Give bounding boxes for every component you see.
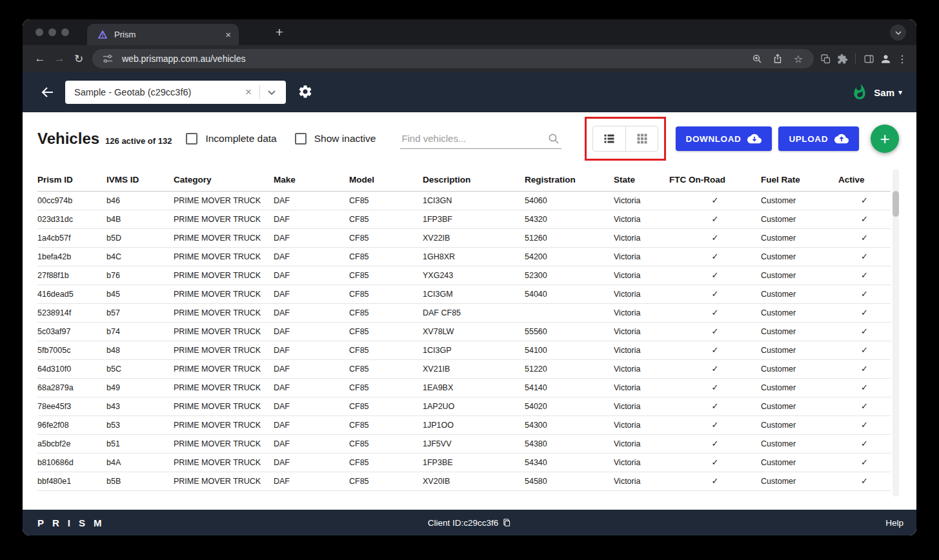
browser-tab[interactable]: Prism ×	[87, 24, 239, 45]
plus-icon: +	[880, 129, 889, 149]
column-header-fuel-rate[interactable]: Fuel Rate	[761, 169, 838, 191]
column-header-ivms-id[interactable]: IVMS ID	[106, 169, 174, 191]
grid-view-button[interactable]	[625, 126, 658, 151]
selector-dropdown-icon[interactable]	[263, 90, 281, 95]
column-header-category[interactable]: Category	[174, 169, 274, 191]
table-cell: b4C	[106, 247, 174, 266]
table-cell: Customer	[761, 266, 838, 285]
client-selector-input[interactable]	[74, 87, 240, 97]
client-selector[interactable]: ×	[65, 81, 286, 104]
minimize-window-button[interactable]	[48, 28, 56, 36]
column-header-ftc-on-road[interactable]: FTC On-Road	[669, 169, 761, 191]
page-toolbar: Vehicles 126 active of 132 Incomplete da…	[23, 119, 916, 159]
search-icon	[547, 132, 560, 148]
new-tab-button[interactable]: +	[270, 23, 288, 41]
incomplete-data-checkbox[interactable]	[186, 133, 197, 145]
column-header-prism-id[interactable]: Prism ID	[37, 169, 106, 191]
table-row[interactable]: b810686db4APRIME MOVER TRUCKDAFCF851FP3B…	[37, 453, 891, 472]
side-panel-icon[interactable]	[862, 52, 875, 65]
forward-icon[interactable]: →	[50, 49, 69, 68]
app-back-button[interactable]	[37, 83, 56, 102]
table-row[interactable]: 5238914fb57PRIME MOVER TRUCKDAFCF85DAF C…	[37, 303, 891, 322]
bookmark-star-icon[interactable]: ☆	[792, 52, 805, 65]
reload-icon[interactable]: ↻	[69, 49, 88, 68]
table-row[interactable]: 416dead5b45PRIME MOVER TRUCKDAFCF851CI3G…	[37, 285, 891, 303]
table-cell: Victoria	[614, 191, 669, 210]
clear-selection-icon[interactable]: ×	[240, 86, 257, 99]
add-vehicle-button[interactable]: +	[871, 125, 899, 153]
table-cell: XV20IB	[423, 472, 525, 490]
column-header-active[interactable]: Active	[838, 169, 891, 191]
table-cell: 54320	[525, 210, 614, 228]
table-cell: b5B	[106, 472, 174, 490]
table-cell: DAF	[274, 210, 349, 228]
column-header-state[interactable]: State	[614, 169, 669, 191]
table-row[interactable]: 00cc974bb46PRIME MOVER TRUCKDAFCF851CI3G…	[37, 191, 891, 210]
table-row[interactable]: 27f88f1bb76PRIME MOVER TRUCKDAFCF85YXG24…	[37, 266, 891, 285]
table-row[interactable]: bbf480e1b5BPRIME MOVER TRUCKDAFCF85XV20I…	[37, 472, 891, 490]
table-cell: ✓	[838, 378, 891, 397]
table-cell: DAF	[274, 285, 349, 303]
toolbar-divider	[855, 53, 856, 65]
table-row[interactable]: 64d310f0b5CPRIME MOVER TRUCKDAFCF85XV21I…	[37, 359, 891, 378]
vehicle-table-head-row: Prism IDIVMS IDCategoryMakeModelDescript…	[37, 169, 891, 191]
table-cell: ✓	[838, 322, 891, 341]
table-cell: ✓	[669, 228, 761, 247]
table-row[interactable]: 1befa42bb4CPRIME MOVER TRUCKDAFCF851GH8X…	[37, 247, 891, 266]
close-window-button[interactable]	[35, 28, 43, 36]
site-settings-icon[interactable]	[101, 52, 114, 65]
list-view-button[interactable]	[593, 126, 625, 151]
table-cell: PRIME MOVER TRUCK	[174, 434, 274, 453]
table-cell: Victoria	[614, 378, 669, 397]
table-row[interactable]: 78ee45f3b43PRIME MOVER TRUCKDAFCF851AP2U…	[37, 397, 891, 415]
copy-icon[interactable]	[502, 518, 511, 527]
settings-gear-icon[interactable]	[298, 84, 314, 101]
table-cell: DAF	[274, 378, 349, 397]
table-cell: PRIME MOVER TRUCK	[174, 210, 274, 228]
download-button[interactable]: DOWNLOAD	[676, 126, 772, 151]
table-row[interactable]: 5fb7005cb48PRIME MOVER TRUCKDAFCF851CI3G…	[37, 341, 891, 359]
zoom-icon[interactable]	[751, 52, 763, 65]
table-row[interactable]: a5bcbf2eb51PRIME MOVER TRUCKDAFCF851JF5V…	[37, 434, 891, 453]
profile-avatar-icon[interactable]	[879, 52, 892, 65]
share-icon[interactable]	[771, 52, 784, 65]
window-controls	[35, 28, 69, 36]
maximize-window-button[interactable]	[61, 28, 69, 36]
table-cell: 52300	[525, 266, 614, 285]
tab-title: Prism	[114, 30, 219, 39]
tab-search-button[interactable]	[890, 25, 906, 41]
table-cell: DAF	[274, 303, 349, 322]
column-header-make[interactable]: Make	[274, 169, 349, 191]
column-header-description[interactable]: Description	[423, 169, 525, 191]
column-header-registration[interactable]: Registration	[525, 169, 614, 191]
close-tab-icon[interactable]: ×	[225, 30, 231, 39]
table-row[interactable]: 023d31dcb4BPRIME MOVER TRUCKDAFCF851FP3B…	[37, 210, 891, 228]
upload-button[interactable]: UPLOAD	[778, 126, 859, 151]
address-bar[interactable]: web.prismapp.com.au/vehicles ☆	[92, 49, 814, 68]
table-cell: ✓	[669, 397, 761, 415]
user-menu[interactable]: Sam ▾	[851, 84, 902, 101]
help-link[interactable]: Help	[885, 518, 904, 528]
show-inactive-checkbox[interactable]	[295, 133, 307, 145]
table-scrollbar-thumb[interactable]	[893, 191, 899, 217]
table-cell: CF85	[349, 228, 423, 247]
table-cell: ✓	[669, 434, 761, 453]
vehicle-search-input[interactable]	[400, 128, 561, 149]
table-row[interactable]: 5c03af97b74PRIME MOVER TRUCKDAFCF85XV78L…	[37, 322, 891, 341]
show-inactive-label: Show inactive	[314, 133, 376, 145]
table-row[interactable]: 96fe2f08b53PRIME MOVER TRUCKDAFCF851JP1O…	[37, 415, 891, 434]
table-cell: Customer	[761, 415, 838, 434]
extensions-icon[interactable]	[836, 52, 849, 65]
table-cell: 55560	[525, 322, 614, 341]
tab-group-icon[interactable]	[819, 52, 832, 65]
table-row[interactable]: 68a2879ab49PRIME MOVER TRUCKDAFCF851EA9B…	[37, 378, 891, 397]
table-cell: ✓	[669, 322, 761, 341]
table-cell: 54580	[525, 472, 614, 490]
browser-menu-icon[interactable]: ⋮	[896, 52, 909, 65]
table-row[interactable]: 1a4cb57fb5DPRIME MOVER TRUCKDAFCF85XV22I…	[37, 228, 891, 247]
table-cell: PRIME MOVER TRUCK	[174, 247, 274, 266]
column-header-model[interactable]: Model	[349, 169, 423, 191]
table-cell: XV78LW	[423, 322, 525, 341]
back-icon[interactable]: ←	[30, 49, 50, 68]
table-scrollbar[interactable]	[893, 169, 899, 497]
